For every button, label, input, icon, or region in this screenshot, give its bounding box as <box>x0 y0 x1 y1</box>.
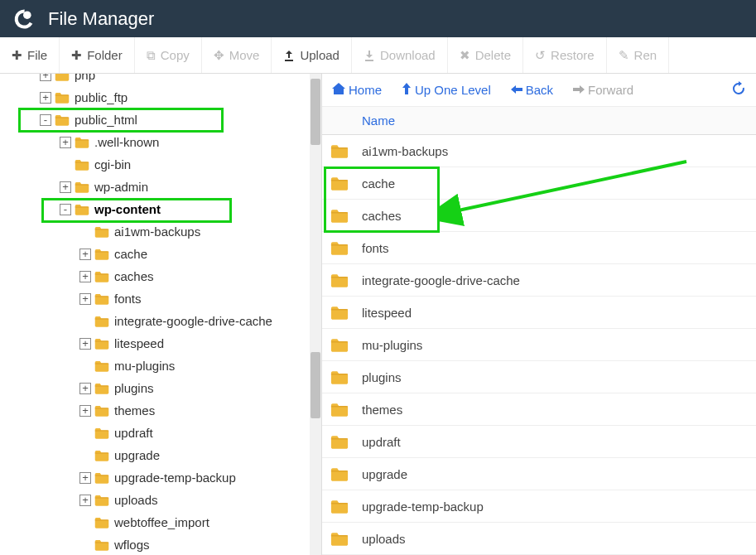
list-row[interactable]: fonts <box>322 232 756 264</box>
tree-toggle[interactable]: + <box>79 405 91 417</box>
list-row[interactable]: uploads <box>322 523 756 555</box>
copy-button[interactable]: ⧉Copy <box>135 37 202 73</box>
tree-toggle[interactable]: + <box>60 181 71 193</box>
move-button[interactable]: ✥Move <box>202 37 272 73</box>
tree-toggle[interactable]: + <box>40 92 51 104</box>
delete-icon: ✖ <box>460 48 470 63</box>
scrollbar-track[interactable] <box>310 74 321 555</box>
tree-toggle-empty <box>79 450 91 461</box>
tree-node[interactable]: integrate-google-drive-cache <box>0 310 313 332</box>
tree-node[interactable]: +.well-known <box>0 131 313 153</box>
tree-toggle[interactable]: + <box>40 74 51 81</box>
restore-button[interactable]: ↺Restore <box>523 37 607 73</box>
tree-node-label: updraft <box>114 426 153 440</box>
forward-button[interactable]: Forward <box>573 83 633 97</box>
back-label: Back <box>526 83 553 97</box>
restore-icon: ↺ <box>535 48 546 63</box>
tree-node[interactable]: -public_html <box>0 109 313 131</box>
tree-node-label: fonts <box>114 292 142 306</box>
list-row[interactable]: integrate-google-drive-cache <box>322 264 756 297</box>
tree-toggle[interactable]: + <box>79 338 91 350</box>
tree-node-label: upgrade-temp-backup <box>114 471 236 485</box>
file-label: File <box>27 48 47 62</box>
list-row-label: themes <box>362 403 402 417</box>
list-row[interactable]: plugins <box>322 361 756 393</box>
back-button[interactable]: Back <box>511 83 553 97</box>
rename-button[interactable]: ✎Ren <box>607 37 670 73</box>
tree-node[interactable]: upgrade <box>0 444 313 466</box>
tree-node[interactable]: +php <box>0 74 313 86</box>
file-button[interactable]: ✚File <box>0 37 60 73</box>
tree-scroll[interactable]: +php+public_ftp-public_html+.well-knownc… <box>0 74 313 555</box>
tree-toggle[interactable]: + <box>60 137 71 148</box>
tree-node[interactable]: +wp-admin <box>0 176 313 198</box>
list-body: ai1wm-backupscachecachesfontsintegrate-g… <box>322 135 756 555</box>
home-button[interactable]: Home <box>332 83 382 97</box>
tree-toggle[interactable]: + <box>79 249 91 260</box>
tree-toggle[interactable]: - <box>60 204 71 215</box>
rename-label: Ren <box>634 48 657 62</box>
tree-node-label: php <box>75 74 95 82</box>
tree-toggle[interactable]: - <box>40 114 51 126</box>
tree-node[interactable]: +upgrade-temp-backup <box>0 466 313 489</box>
tree-node[interactable]: webtoffee_import <box>0 511 313 533</box>
toolbar: ✚File ✚Folder ⧉Copy ✥Move Upload Downloa… <box>0 37 756 74</box>
list-header[interactable]: Name <box>322 107 756 135</box>
tree-node-label: caches <box>114 269 154 283</box>
tree-node-label: cgi-bin <box>94 157 131 171</box>
upload-button[interactable]: Upload <box>272 37 352 73</box>
download-button[interactable]: Download <box>352 37 448 73</box>
tree-node[interactable]: mu-plugins <box>0 355 313 377</box>
tree-node[interactable]: +caches <box>0 265 313 287</box>
tree-toggle[interactable]: + <box>79 495 91 506</box>
tree-node[interactable]: +cache <box>0 243 313 265</box>
tree-toggle[interactable]: + <box>79 472 91 484</box>
scroll-thumb-up[interactable] <box>311 79 320 145</box>
list-row[interactable]: ai1wm-backups <box>322 135 756 167</box>
tree-node[interactable]: cgi-bin <box>0 153 313 176</box>
list-row[interactable]: cache <box>322 167 756 200</box>
tree-node[interactable]: +plugins <box>0 377 313 399</box>
tree-toggle[interactable]: + <box>79 271 91 282</box>
tree-node[interactable]: +public_ftp <box>0 86 313 109</box>
tree-node[interactable]: +uploads <box>0 489 313 511</box>
list-row[interactable]: upgrade-temp-backup <box>322 490 756 523</box>
list-row-label: litespeed <box>362 306 412 320</box>
tree-toggle[interactable]: + <box>79 293 91 305</box>
list-row[interactable]: litespeed <box>322 297 756 329</box>
list-row[interactable]: updraft <box>322 426 756 458</box>
list-row-label: ai1wm-backups <box>362 144 448 158</box>
tree-node[interactable]: updraft <box>0 422 313 444</box>
tree-toggle-empty <box>79 226 91 238</box>
reload-button[interactable] <box>731 81 746 99</box>
list-row[interactable]: upgrade <box>322 458 756 490</box>
list-row[interactable]: mu-plugins <box>322 329 756 361</box>
tree-node[interactable]: +themes <box>0 399 313 422</box>
delete-button[interactable]: ✖Delete <box>448 37 523 73</box>
up-one-level-button[interactable]: Up One Level <box>402 83 491 97</box>
list-row[interactable]: caches <box>322 200 756 232</box>
tree-node-label: wp-content <box>94 202 161 216</box>
list-row[interactable]: themes <box>322 393 756 426</box>
plus-icon: ✚ <box>12 48 22 63</box>
list-row-label: updraft <box>362 435 401 449</box>
tree-toggle-empty <box>79 517 91 528</box>
tree-node-label: mu-plugins <box>114 359 175 373</box>
back-icon <box>511 83 522 97</box>
download-label: Download <box>380 48 436 62</box>
tree-node[interactable]: ai1wm-backups <box>0 220 313 243</box>
tree-node[interactable]: +fonts <box>0 287 313 310</box>
tree-toggle[interactable]: + <box>79 383 91 394</box>
tree-node-label: webtoffee_import <box>114 515 209 529</box>
tree-node[interactable]: wflogs <box>0 533 313 555</box>
scroll-thumb-mid[interactable] <box>311 352 320 418</box>
tree-node[interactable]: -wp-content <box>0 198 313 220</box>
folder-button[interactable]: ✚Folder <box>60 37 135 73</box>
up-icon <box>402 83 412 97</box>
plus-icon: ✚ <box>71 48 82 63</box>
rename-icon: ✎ <box>619 48 629 63</box>
restore-label: Restore <box>551 48 595 62</box>
move-icon: ✥ <box>214 48 224 63</box>
main-area: +php+public_ftp-public_html+.well-knownc… <box>0 74 756 555</box>
tree-node[interactable]: +litespeed <box>0 332 313 355</box>
